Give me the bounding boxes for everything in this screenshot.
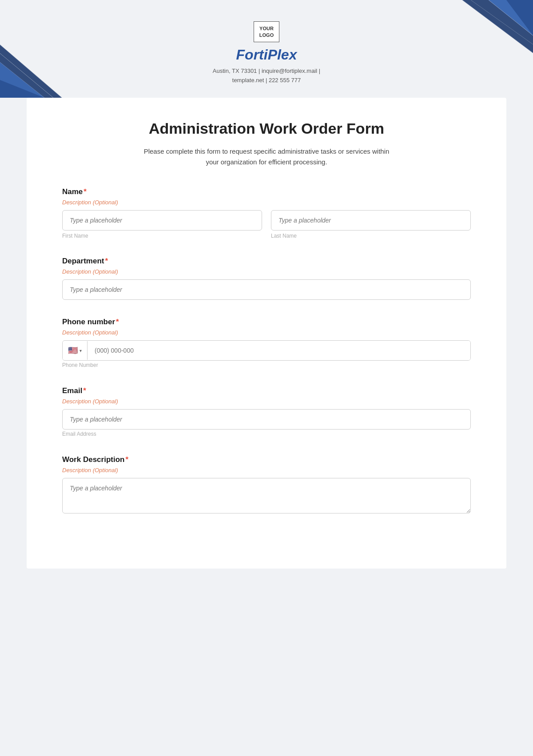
department-description: Description (Optional) [62,268,471,275]
deco-top-right [391,0,533,89]
first-name-sublabel: First Name [62,233,262,239]
email-description: Description (Optional) [62,398,471,405]
flag-icon: 🇺🇸 [68,346,78,355]
name-section: Name* Description (Optional) First Name … [62,187,471,239]
form-subtitle: Please complete this form to request spe… [62,146,471,167]
form-title: Administration Work Order Form [62,120,471,137]
deco-bottom-left [0,18,124,98]
chevron-down-icon: ▾ [80,348,82,353]
logo-box: YOUR LOGO [254,21,279,42]
last-name-input[interactable] [271,210,471,231]
department-section: Department* Description (Optional) [62,257,471,300]
work-description-label: Work Description* [62,455,471,464]
name-description: Description (Optional) [62,199,471,206]
phone-description: Description (Optional) [62,329,471,336]
last-name-group: Last Name [271,210,471,239]
last-name-sublabel: Last Name [271,233,471,239]
email-section: Email* Description (Optional) Email Addr… [62,386,471,438]
name-input-row: First Name Last Name [62,210,471,239]
first-name-group: First Name [62,210,262,239]
department-label: Department* [62,257,471,266]
header: YOUR LOGO FortiPlex Austin, TX 73301 | i… [0,0,533,98]
work-description-description: Description (Optional) [62,467,471,473]
work-description-section: Work Description* Description (Optional) [62,455,471,515]
work-description-input[interactable] [62,478,471,513]
required-indicator: * [105,257,108,265]
email-sublabel: Email Address [62,431,96,437]
required-indicator: * [84,187,87,196]
required-indicator: * [83,386,86,395]
phone-section: Phone number* Description (Optional) 🇺🇸 … [62,318,471,369]
phone-input-wrapper: 🇺🇸 ▾ [62,340,471,361]
name-label: Name* [62,187,471,196]
country-selector[interactable]: 🇺🇸 ▾ [63,341,88,360]
email-input[interactable] [62,409,471,430]
required-indicator: * [125,455,128,464]
email-label: Email* [62,386,471,395]
company-name: FortiPlex [236,47,297,63]
phone-sublabel: Phone Number [62,362,98,368]
required-indicator: * [116,318,119,326]
main-content: Administration Work Order Form Please co… [27,98,506,569]
company-info: Austin, TX 73301 | inquire@fortiplex.mai… [213,67,320,85]
phone-input[interactable] [88,341,470,360]
page-wrapper: YOUR LOGO FortiPlex Austin, TX 73301 | i… [0,0,533,756]
phone-label: Phone number* [62,318,471,326]
department-input[interactable] [62,279,471,300]
first-name-input[interactable] [62,210,262,231]
